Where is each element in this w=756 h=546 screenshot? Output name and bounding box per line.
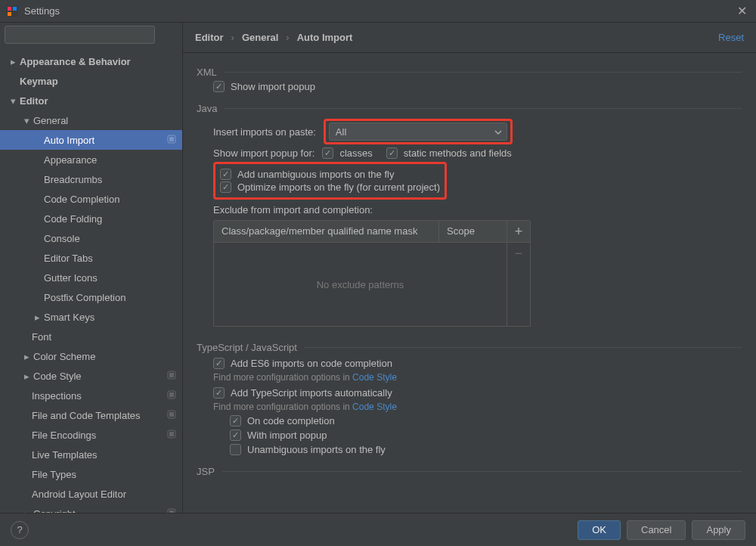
nav-file-types[interactable]: File Types — [0, 464, 182, 484]
project-badge-icon — [167, 390, 176, 402]
checkbox-optimize-imports[interactable] — [220, 181, 231, 193]
crumb-general[interactable]: General — [242, 32, 278, 43]
highlight-insert-imports: All — [324, 119, 513, 144]
dialog-footer: ? OK Cancel Apply — [0, 513, 756, 546]
nav-auto-import[interactable]: Auto Import — [0, 130, 182, 150]
nav-editor-tabs[interactable]: Editor Tabs — [0, 248, 182, 268]
section-ts: TypeScript / JavaScript — [197, 342, 742, 353]
nav-file-encodings[interactable]: File Encodings — [0, 425, 182, 445]
nav-smart-keys[interactable]: ▸Smart Keys — [0, 307, 182, 327]
nav-appearance-behavior[interactable]: ▸Appearance & Behavior — [0, 51, 182, 71]
chevron-down-icon — [494, 127, 502, 138]
nav-live-templates[interactable]: Live Templates — [0, 445, 182, 464]
svg-rect-13 — [169, 412, 174, 417]
svg-rect-9 — [169, 373, 174, 377]
close-icon[interactable]: ✕ — [734, 4, 750, 18]
apply-button[interactable]: Apply — [692, 520, 745, 540]
nav-code-folding[interactable]: Code Folding — [0, 209, 182, 228]
project-badge-icon — [167, 430, 176, 441]
label-unambiguous-ts: Unambiguous imports on the fly — [247, 444, 386, 455]
nav-general[interactable]: ▾General — [0, 110, 182, 130]
label-static: static methods and fields — [404, 147, 512, 159]
chevron-right-icon: ▸ — [21, 351, 32, 362]
checkbox-ts-auto[interactable] — [213, 387, 225, 399]
sidebar: ▸Appearance & Behavior Keymap ▾Editor ▾G… — [0, 23, 183, 513]
label-ts-auto: Add TypeScript imports automatically — [231, 387, 392, 399]
svg-rect-15 — [169, 432, 174, 436]
nav-code-completion[interactable]: Code Completion — [0, 189, 182, 209]
titlebar: Settings ✕ — [0, 0, 756, 23]
breadcrumb: Editor › General › Auto Import Reset — [183, 23, 756, 53]
project-badge-icon — [167, 135, 176, 146]
settings-tree[interactable]: ▸Appearance & Behavior Keymap ▾Editor ▾G… — [0, 47, 182, 513]
crumb-editor[interactable]: Editor — [195, 32, 224, 43]
col-mask: Class/package/member qualified name mask — [214, 221, 439, 242]
nav-breadcrumbs[interactable]: Breadcrumbs — [0, 169, 182, 189]
settings-panel: XML Show import popup Java Insert import… — [183, 53, 756, 513]
add-button[interactable]: + — [507, 221, 530, 242]
search-input[interactable] — [5, 26, 155, 44]
nav-android-layout[interactable]: Android Layout Editor — [0, 484, 182, 504]
checkbox-es6[interactable] — [213, 358, 225, 369]
section-java: Java — [197, 103, 742, 114]
cancel-button[interactable]: Cancel — [627, 520, 686, 540]
section-xml: XML — [197, 67, 742, 78]
label-classes: classes — [339, 147, 372, 159]
nav-postfix[interactable]: Postfix Completion — [0, 287, 182, 307]
chevron-down-icon: ▾ — [8, 95, 18, 107]
help-button[interactable]: ? — [11, 521, 29, 539]
nav-editor[interactable]: ▾Editor — [0, 91, 182, 110]
col-scope: Scope — [439, 221, 507, 242]
crumb-auto-import: Auto Import — [297, 32, 353, 43]
window-title: Settings — [24, 5, 734, 17]
project-badge-icon — [167, 371, 176, 382]
label-add-unambiguous: Add unambiguous imports on the fly — [237, 169, 394, 180]
checkbox-classes[interactable] — [322, 147, 333, 159]
chevron-right-icon: ▸ — [21, 508, 32, 513]
nav-console[interactable]: Console — [0, 228, 182, 248]
nav-keymap[interactable]: Keymap — [0, 71, 182, 91]
checkbox-on-completion[interactable] — [230, 415, 241, 427]
checkbox-with-popup[interactable] — [230, 430, 241, 441]
svg-rect-3 — [8, 12, 11, 16]
reset-link[interactable]: Reset — [718, 32, 744, 43]
nav-copyright[interactable]: ▸Copyright — [0, 504, 182, 513]
hint-ts: Find more configuration options in Code … — [213, 402, 742, 412]
label-show-popup-for: Show import popup for: — [213, 147, 314, 159]
svg-rect-11 — [169, 392, 174, 397]
remove-button[interactable]: − — [507, 243, 530, 264]
select-insert-imports[interactable]: All — [329, 123, 507, 141]
nav-gutter-icons[interactable]: Gutter Icons — [0, 268, 182, 287]
nav-font[interactable]: Font — [0, 327, 182, 346]
chevron-right-icon: › — [286, 32, 289, 43]
link-code-style-1[interactable]: Code Style — [352, 372, 397, 383]
link-code-style-2[interactable]: Code Style — [352, 402, 397, 412]
checkbox-add-unambiguous[interactable] — [220, 169, 231, 180]
svg-rect-2 — [13, 7, 17, 11]
app-icon — [6, 5, 18, 17]
nav-appearance2[interactable]: Appearance — [0, 150, 182, 169]
ok-button[interactable]: OK — [578, 520, 621, 540]
highlight-on-the-fly: Add unambiguous imports on the fly Optim… — [213, 162, 447, 200]
svg-rect-7 — [169, 137, 174, 141]
nav-file-templates[interactable]: File and Code Templates — [0, 405, 182, 425]
nav-inspections[interactable]: Inspections — [0, 386, 182, 405]
svg-rect-17 — [169, 510, 174, 513]
label-insert-imports: Insert imports on paste: — [213, 126, 316, 138]
nav-code-style[interactable]: ▸Code Style — [0, 366, 182, 386]
label-on-completion: On code completion — [247, 415, 335, 427]
label-optimize-imports: Optimize imports on the fly (for current… — [237, 181, 440, 193]
label-xml-show-popup: Show import popup — [231, 81, 315, 92]
section-jsp: JSP — [197, 466, 742, 477]
checkbox-unambiguous-ts[interactable] — [230, 444, 241, 455]
project-badge-icon — [167, 410, 176, 421]
exclude-table: Class/package/member qualified name mask… — [213, 220, 531, 327]
project-badge-icon — [167, 508, 176, 513]
hint-es6: Find more configuration options in Code … — [213, 372, 742, 383]
chevron-right-icon: ▸ — [21, 371, 32, 382]
svg-rect-1 — [8, 7, 11, 11]
chevron-down-icon: ▾ — [21, 115, 32, 126]
checkbox-static[interactable] — [386, 147, 398, 159]
nav-color-scheme[interactable]: ▸Color Scheme — [0, 346, 182, 366]
checkbox-xml-show-popup[interactable] — [213, 81, 225, 92]
